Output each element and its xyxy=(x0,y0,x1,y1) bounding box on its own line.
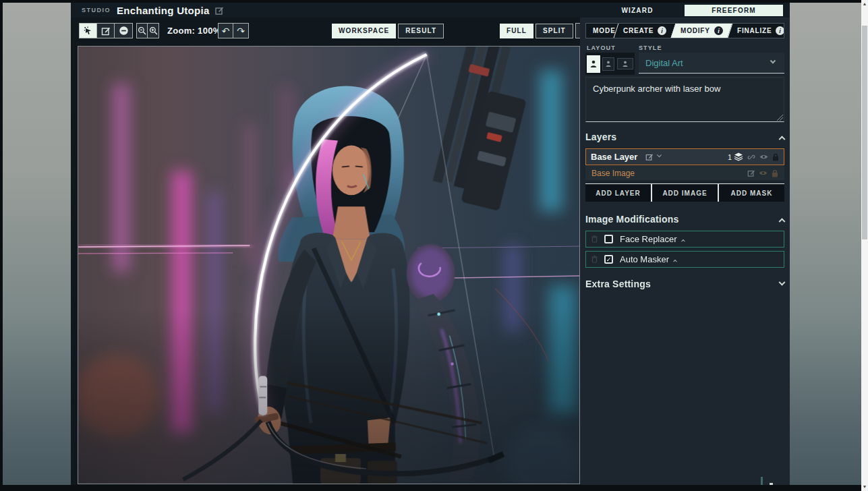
visibility-eye-icon[interactable] xyxy=(759,170,768,176)
layout-label: LAYOUT xyxy=(587,45,616,51)
layer-actions: ADD LAYER ADD IMAGE ADD MASK xyxy=(585,183,784,202)
layer-count: 1 xyxy=(728,153,732,161)
add-image-button[interactable]: ADD IMAGE xyxy=(652,184,718,202)
tab-finalize[interactable]: FINALIZE xyxy=(727,24,784,38)
style-label: STYLE xyxy=(639,45,662,51)
undo-icon: ↶ xyxy=(222,26,230,36)
wizard-tab[interactable]: WIZARD xyxy=(590,7,685,14)
app-header: STUDIO Enchanting Utopia WIZARD FREEFORM xyxy=(71,3,790,18)
zoom-group xyxy=(136,23,159,38)
page-bottom-strip xyxy=(0,485,868,491)
person-icon xyxy=(605,60,612,67)
result-view-button[interactable]: RESULT xyxy=(398,24,444,38)
history-group: ↶ ↷ xyxy=(218,23,249,38)
resize-grip[interactable] xyxy=(777,115,783,121)
chevron-down-icon[interactable] xyxy=(779,279,786,285)
magic-select-tool-button[interactable] xyxy=(80,24,97,38)
prompt-input-wrap: Cyberpunk archer with laser bow xyxy=(585,77,784,122)
freeform-tab[interactable]: FREEFORM xyxy=(685,5,783,16)
lock-image-icon[interactable] xyxy=(772,169,778,177)
collapse-caret-icon[interactable] xyxy=(673,260,677,264)
trash-icon[interactable] xyxy=(591,235,598,243)
tab-create[interactable]: CREATE xyxy=(614,24,676,38)
style-dropdown[interactable]: Digital Art xyxy=(639,53,784,74)
auto-masker-checkbox[interactable] xyxy=(604,255,613,264)
style-value: Digital Art xyxy=(645,58,771,68)
layout-options xyxy=(585,53,635,75)
view-switch-group: WORKSPACE RESULT xyxy=(332,23,444,38)
minus-circle-icon xyxy=(119,26,129,36)
magic-cursor-icon xyxy=(84,26,93,36)
info-icon[interactable] xyxy=(658,26,666,35)
collapse-caret-icon[interactable] xyxy=(681,239,685,243)
partial-hidden-element xyxy=(770,483,773,485)
tool-group xyxy=(79,23,133,38)
scrollbar-thumb[interactable] xyxy=(862,26,867,239)
canvas[interactable] xyxy=(78,46,580,484)
layers-stack-icon xyxy=(734,152,743,161)
link-layer-icon[interactable] xyxy=(747,153,755,161)
zoom-in-button[interactable] xyxy=(148,24,158,38)
studio-app-window: STUDIO Enchanting Utopia WIZARD FREEFORM xyxy=(71,3,790,485)
edit-pencil-icon xyxy=(101,26,111,36)
rename-layer-icon[interactable] xyxy=(645,153,653,161)
layers-section-header[interactable]: Layers xyxy=(585,131,784,143)
project-title: Enchanting Utopia xyxy=(117,5,210,16)
undo-button[interactable]: ↶ xyxy=(219,24,233,38)
zoom-indicator: Zoom: 100% xyxy=(167,23,221,38)
studio-label: STUDIO xyxy=(82,7,111,13)
mode-label: MODE xyxy=(586,27,616,34)
workspace-area: Zoom: 100% ↶ ↷ WORKSPACE RESULT FULL SPL… xyxy=(71,18,580,485)
lock-layer-icon[interactable] xyxy=(772,153,779,161)
prompt-input[interactable]: Cyberpunk archer with laser bow xyxy=(586,78,784,121)
full-view-button[interactable]: FULL xyxy=(500,24,533,38)
mode-bar: MODE CREATE MODIFY FINALIZE xyxy=(585,23,784,38)
visibility-eye-icon[interactable] xyxy=(759,154,768,160)
tab-modify[interactable]: MODIFY xyxy=(671,24,732,38)
layout-landscape-button[interactable] xyxy=(617,58,633,69)
info-icon[interactable] xyxy=(714,26,723,35)
page-margin-right xyxy=(790,3,861,485)
chevron-up-icon[interactable] xyxy=(779,218,786,225)
redo-icon: ↷ xyxy=(237,26,245,36)
scrollbar-down-arrow-icon[interactable] xyxy=(861,483,868,491)
split-view-button[interactable]: SPLIT xyxy=(536,24,573,38)
zoom-out-button[interactable] xyxy=(137,24,148,38)
layout-portrait-button[interactable] xyxy=(587,55,600,73)
chevron-up-icon[interactable] xyxy=(779,136,786,142)
partial-hidden-element xyxy=(761,477,763,485)
workspace-view-button[interactable]: WORKSPACE xyxy=(332,24,396,38)
edit-title-icon[interactable] xyxy=(215,6,224,15)
info-icon[interactable] xyxy=(776,26,784,35)
zoom-in-icon xyxy=(149,26,158,35)
page-margin-left xyxy=(3,3,71,485)
page-scrollbar[interactable] xyxy=(861,0,868,491)
generated-image xyxy=(78,47,579,484)
zoom-out-icon xyxy=(138,26,146,35)
layout-square-button[interactable] xyxy=(602,57,614,71)
face-replacer-checkbox[interactable] xyxy=(604,235,613,243)
base-layer-row[interactable]: Base Layer 1 xyxy=(585,148,784,165)
trash-icon[interactable] xyxy=(591,256,598,263)
base-image-row[interactable]: Base Image xyxy=(585,166,784,180)
person-icon xyxy=(589,59,598,68)
screen: STUDIO Enchanting Utopia WIZARD FREEFORM xyxy=(0,0,868,491)
person-icon xyxy=(622,60,629,67)
scrollbar-up-arrow-icon[interactable] xyxy=(861,0,868,8)
remove-tool-button[interactable] xyxy=(115,24,132,38)
auto-masker-row[interactable]: Auto Masker xyxy=(585,251,784,268)
redo-button[interactable]: ↷ xyxy=(233,24,248,38)
edit-tool-button[interactable] xyxy=(97,24,115,38)
face-replacer-row[interactable]: Face Replacer xyxy=(585,231,784,248)
control-panel: MODE CREATE MODIFY FINALIZE xyxy=(580,18,790,485)
chevron-down-icon xyxy=(770,58,776,63)
add-mask-button[interactable]: ADD MASK xyxy=(719,184,784,202)
edit-image-icon[interactable] xyxy=(747,169,755,177)
add-layer-button[interactable]: ADD LAYER xyxy=(585,184,651,202)
chevron-down-icon[interactable] xyxy=(657,152,662,157)
extra-settings-header[interactable]: Extra Settings xyxy=(585,278,784,290)
modifications-section-header[interactable]: Image Modifications xyxy=(585,213,784,225)
